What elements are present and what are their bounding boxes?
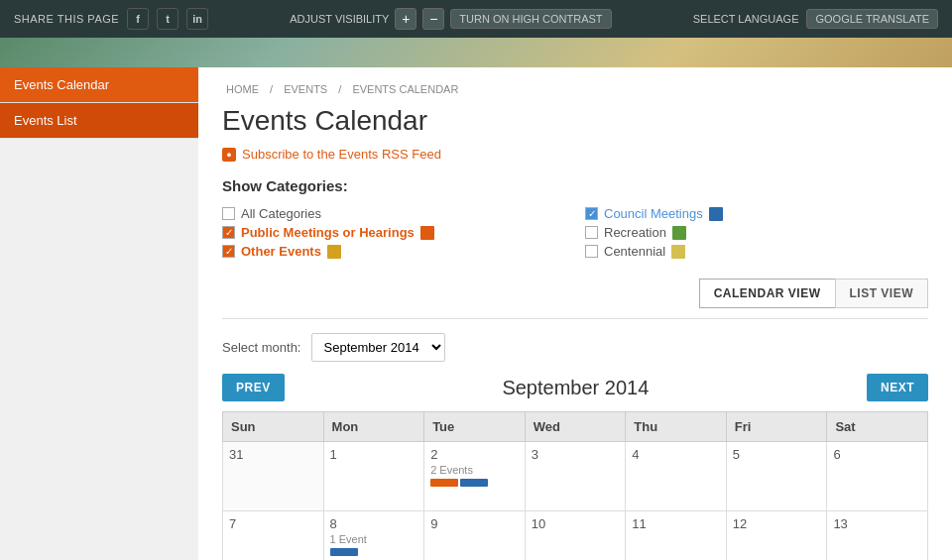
cat-council-checkbox[interactable]: ✓ [585,207,598,220]
top-bar: SHARE THIS PAGE f t in ADJUST VISIBILITY… [0,0,952,38]
main-content: HOME / EVENTS / EVENTS CALENDAR Events C… [198,67,952,560]
category-centennial: Centennial [585,244,928,259]
breadcrumb-sep1: / [270,83,276,95]
table-row[interactable]: 9 [424,511,526,561]
sidebar-item-events-calendar[interactable]: Events Calendar [0,67,198,103]
cat-all-checkbox[interactable] [222,207,235,220]
table-row[interactable]: 31 [223,442,324,511]
language-section: SELECT LANGUAGE GOOGLE TRANSLATE [693,9,938,29]
translate-button[interactable]: GOOGLE TRANSLATE [806,9,938,29]
col-sun: Sun [223,412,324,442]
col-wed: Wed [525,412,626,442]
col-mon: Mon [323,412,424,442]
col-tue: Tue [424,412,526,442]
cat-other-checkbox[interactable]: ✓ [222,245,235,258]
cat-centennial-checkbox[interactable] [585,245,598,258]
table-row[interactable]: 12 [726,511,827,561]
day-number: 1 [330,447,418,462]
day-number: 4 [632,447,720,462]
table-row[interactable]: 10 [525,511,626,561]
event-bar [330,548,358,556]
cat-recreation-label: Recreation [604,225,666,240]
linkedin-icon[interactable]: in [186,8,208,30]
col-sat: Sat [827,412,928,442]
day-number: 13 [833,516,921,531]
page-title: Events Calendar [222,105,928,137]
cat-recreation-color [672,226,686,240]
categories-label: Show Categories: [222,177,928,194]
cat-council-color [709,207,723,221]
table-row[interactable]: 13 [827,511,928,561]
day-number: 6 [833,447,921,462]
cat-public-checkbox[interactable]: ✓ [222,226,235,239]
table-row[interactable]: 81 Event [323,511,424,561]
day-number: 9 [430,516,519,531]
main-layout: Events Calendar Events List HOME / EVENT… [0,67,952,560]
cat-other-color [327,245,341,259]
contrast-button[interactable]: TURN ON HIGH CONTRAST [450,9,611,29]
category-recreation: Recreation [585,225,928,240]
table-row[interactable]: 11 [626,511,727,561]
rss-icon: ● [222,148,236,162]
rss-link[interactable]: ● Subscribe to the Events RSS Feed [222,147,928,162]
day-number: 8 [330,516,418,531]
accessibility-section: ADJUST VISIBILITY + − TURN ON HIGH CONTR… [290,8,611,30]
month-select-dropdown[interactable]: August 2014 September 2014 October 2014 [311,333,445,362]
twitter-icon[interactable]: t [157,8,178,30]
cat-recreation-checkbox[interactable] [585,226,598,239]
increase-font-button[interactable]: + [395,8,416,30]
breadcrumb-current: EVENTS CALENDAR [352,83,458,95]
next-button[interactable]: NEXT [867,374,928,401]
cat-other-label: Other Events [241,244,321,259]
categories-left: All Categories ✓ Public Meetings or Hear… [222,206,565,263]
categories-right: ✓ Council Meetings Recreation Centennial [585,206,928,263]
facebook-icon[interactable]: f [127,8,149,30]
day-number: 10 [532,516,620,531]
sidebar: Events Calendar Events List [0,67,198,560]
decrease-font-button[interactable]: − [422,8,444,30]
month-selector-label: Select month: [222,340,301,355]
calendar-nav: PREV September 2014 NEXT [222,374,928,401]
share-label: SHARE THIS PAGE [14,13,119,25]
day-number: 31 [229,447,317,462]
hero-image [0,38,952,67]
table-row[interactable]: 4 [626,442,727,511]
table-row[interactable]: 5 [726,442,827,511]
cat-all-label: All Categories [241,206,321,221]
table-row[interactable]: 7 [223,511,324,561]
col-thu: Thu [626,412,727,442]
event-bar [430,479,458,487]
day-number: 5 [733,447,821,462]
calendar-view-button[interactable]: CALENDAR VIEW [699,279,835,308]
cat-council-label: Council Meetings [604,206,703,221]
day-number: 7 [229,516,317,531]
day-number: 3 [532,447,620,462]
breadcrumb-home[interactable]: HOME [226,83,259,95]
event-bars [330,548,418,556]
col-fri: Fri [726,412,827,442]
table-row[interactable]: 6 [827,442,928,511]
prev-button[interactable]: PREV [222,374,285,401]
cat-public-color [420,226,434,240]
share-section: SHARE THIS PAGE f t in [14,8,208,30]
categories-grid: All Categories ✓ Public Meetings or Hear… [222,206,928,263]
sidebar-item-events-list[interactable]: Events List [0,103,198,139]
category-other: ✓ Other Events [222,244,565,259]
event-count: 1 Event [330,533,418,545]
category-public: ✓ Public Meetings or Hearings [222,225,565,240]
cat-centennial-label: Centennial [604,244,665,259]
calendar-month-title: September 2014 [502,377,649,399]
day-number: 2 [430,447,519,462]
cat-public-label: Public Meetings or Hearings [241,225,415,240]
table-row[interactable]: 3 [525,442,626,511]
table-row[interactable]: 22 Events [424,442,526,511]
breadcrumb-sep2: / [338,83,344,95]
breadcrumb-events[interactable]: EVENTS [284,83,327,95]
breadcrumb: HOME / EVENTS / EVENTS CALENDAR [222,83,928,95]
calendar-table: Sun Mon Tue Wed Thu Fri Sat 31122 Events… [222,411,928,560]
rss-link-text: Subscribe to the Events RSS Feed [242,147,441,162]
event-bars [430,479,519,487]
table-row[interactable]: 1 [323,442,424,511]
event-count: 2 Events [430,464,519,476]
list-view-button[interactable]: LIST VIEW [835,279,929,308]
